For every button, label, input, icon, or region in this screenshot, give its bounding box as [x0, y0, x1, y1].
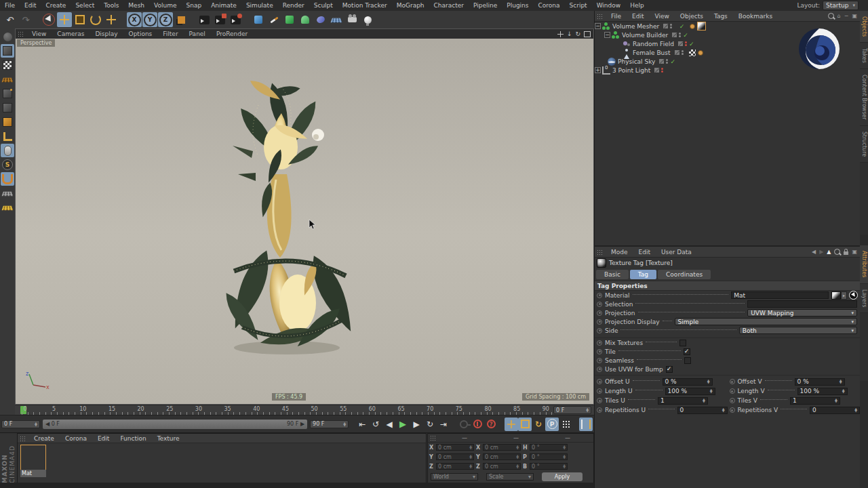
add-field-button[interactable]: [313, 12, 328, 27]
snap-settings-button[interactable]: S: [1, 158, 14, 171]
add-camera-button[interactable]: [344, 12, 359, 27]
projection-display-select[interactable]: Simple▾: [675, 318, 857, 325]
pick-object-icon[interactable]: [849, 291, 858, 300]
menu-item[interactable]: Volume: [149, 1, 181, 10]
edges-mode-button[interactable]: [1, 101, 14, 115]
grip-handle-icon[interactable]: [20, 436, 26, 441]
add-cube-button[interactable]: [251, 12, 266, 27]
menu-item[interactable]: Animate: [206, 1, 241, 10]
anim-dot-icon[interactable]: [597, 293, 602, 298]
menu-item[interactable]: Plugins: [502, 1, 533, 10]
position-x-field[interactable]: 0 cm▲▼: [436, 444, 474, 451]
uv-value-field[interactable]: 1 ▲▼: [658, 397, 708, 405]
viewport-menu-item[interactable]: View: [26, 30, 52, 38]
visibility-dots[interactable]: [679, 33, 681, 37]
viewport-menu-item[interactable]: Options: [123, 30, 158, 38]
material-menu-item[interactable]: Texture: [152, 434, 185, 443]
viewport-menu-item[interactable]: ProRender: [211, 30, 253, 38]
menu-item[interactable]: Script: [565, 1, 592, 10]
viewport[interactable]: ViewCamerasDisplayOptionsFilterPanelProR…: [15, 28, 594, 405]
search-icon[interactable]: [828, 13, 834, 19]
undo-button[interactable]: ↶: [3, 12, 18, 27]
seamless-checkbox[interactable]: [684, 357, 691, 364]
stepper-icon[interactable]: ▲▼: [840, 380, 842, 384]
tweak-mode-button[interactable]: [1, 144, 14, 157]
material-picker-button[interactable]: ▸: [841, 291, 847, 300]
texture-mode-button[interactable]: [1, 58, 14, 72]
viewport-menu-item[interactable]: Filter: [157, 30, 183, 38]
uv-value-field[interactable]: 1 ▲▼: [790, 397, 840, 405]
loop-playback-button[interactable]: ↻: [423, 418, 437, 431]
tab-attributes[interactable]: Attributes: [860, 245, 868, 284]
uv-value-field[interactable]: 0 ▲▼: [677, 407, 728, 414]
material-menu-item[interactable]: Edit: [92, 434, 115, 443]
grip-handle-icon[interactable]: [430, 435, 437, 441]
key-position-button[interactable]: [505, 418, 518, 431]
search-icon[interactable]: [834, 249, 840, 255]
object-manager-menu-item[interactable]: File: [606, 12, 627, 20]
anim-dot-icon[interactable]: [597, 358, 602, 363]
rotation-p-field[interactable]: 0 °▲▼: [530, 453, 568, 460]
last-tool-button[interactable]: [104, 12, 119, 27]
anim-dot-icon[interactable]: [730, 388, 735, 394]
key-point-level-button[interactable]: [559, 418, 572, 431]
position-z-field[interactable]: 0 cm▲▼: [436, 463, 474, 470]
anim-dot-icon[interactable]: [597, 388, 602, 394]
stepper-icon[interactable]: ▲▼: [343, 422, 346, 426]
rotate-view-icon[interactable]: ↻: [575, 31, 580, 37]
enable-snap-button[interactable]: [1, 172, 14, 186]
timeline-scrub-bar[interactable]: ◀ 0 F 90 F ▶: [43, 420, 307, 429]
key-rotation-button[interactable]: ↻: [532, 418, 545, 431]
uv-value-field[interactable]: 0 ▲▼: [810, 407, 860, 414]
attribute-menu-item[interactable]: Mode: [606, 248, 633, 256]
collapse-icon[interactable]: −: [595, 23, 601, 29]
tab-coordinates[interactable]: Coordinates: [658, 270, 711, 279]
add-generator-button[interactable]: [282, 12, 297, 27]
grip-handle-icon[interactable]: [597, 14, 604, 19]
lock-workplane-button[interactable]: [1, 186, 14, 200]
timeline-ruler[interactable]: 051015202530354045505560657075808590 0 F…: [15, 405, 594, 415]
editor-toggle[interactable]: [654, 68, 659, 73]
menu-item[interactable]: Simulate: [241, 1, 278, 10]
tab-takes[interactable]: Takes: [860, 43, 868, 69]
lock-y-axis-button[interactable]: Y: [142, 12, 157, 27]
anim-dot-icon[interactable]: [597, 367, 602, 372]
size-mode-select[interactable]: Scale▾: [486, 473, 534, 481]
tab-layers[interactable]: Layers: [860, 284, 868, 313]
points-mode-button[interactable]: [1, 87, 14, 100]
lock-x-axis-button[interactable]: X: [127, 12, 142, 27]
next-frame-button[interactable]: ▶: [410, 418, 423, 431]
menu-item[interactable]: Window: [592, 1, 626, 10]
play-backwards-button[interactable]: ↺: [369, 418, 382, 431]
texture-tag-icon[interactable]: [697, 22, 706, 30]
add-light-button[interactable]: [360, 12, 375, 27]
side-select[interactable]: Both▾: [739, 327, 857, 334]
editor-toggle[interactable]: [675, 50, 679, 55]
grip-handle-icon[interactable]: [597, 249, 604, 255]
tab-structure[interactable]: Structure: [860, 126, 868, 163]
key-parameter-button[interactable]: P: [545, 418, 559, 431]
move-tool-button[interactable]: [57, 12, 72, 27]
viewport-menu-item[interactable]: Cameras: [52, 30, 90, 38]
enabled-check[interactable]: ✓: [683, 32, 688, 39]
lock-icon[interactable]: [844, 251, 848, 255]
layout-select[interactable]: Startup ▾: [823, 1, 859, 10]
material-menu-item[interactable]: Function: [115, 434, 151, 443]
view-label[interactable]: Perspective: [17, 39, 55, 47]
tab-tag[interactable]: Tag: [630, 270, 656, 279]
goto-end-button[interactable]: ⇥: [437, 418, 450, 431]
up-arrow-icon[interactable]: ▲: [827, 249, 831, 255]
tab-content-browser[interactable]: Content Browser: [860, 69, 868, 126]
stepper-icon[interactable]: ▲▼: [842, 389, 845, 393]
enabled-check[interactable]: ✓: [679, 23, 685, 30]
menu-item[interactable]: Corona: [534, 1, 565, 10]
viewport-menu-item[interactable]: Display: [90, 30, 123, 38]
redo-button[interactable]: ↷: [18, 12, 33, 27]
visibility-dots[interactable]: [670, 24, 672, 28]
anim-dot-icon[interactable]: [597, 407, 602, 413]
object-manager-menu-item[interactable]: Edit: [627, 12, 649, 20]
selection-field[interactable]: [747, 300, 857, 308]
tag-properties-header[interactable]: Tag Properties: [595, 281, 860, 291]
anim-dot-icon[interactable]: [597, 302, 602, 307]
editor-toggle[interactable]: [663, 24, 668, 28]
